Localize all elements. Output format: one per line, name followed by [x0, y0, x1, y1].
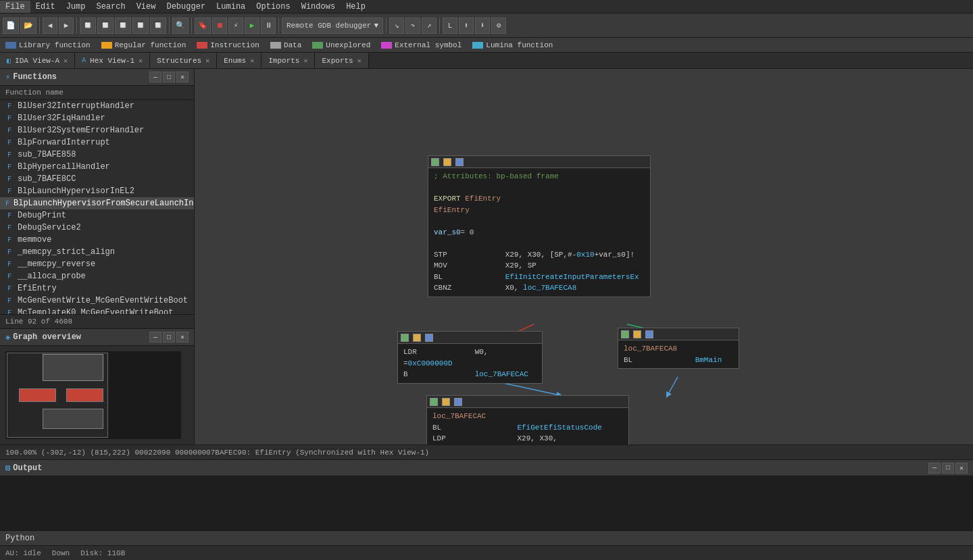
tab-close-imports[interactable]: ✕: [303, 57, 307, 65]
tb-btn5[interactable]: 🔲: [115, 18, 131, 34]
output-maximize[interactable]: □: [942, 463, 954, 474]
tab-structures[interactable]: Structures ✕: [150, 53, 217, 68]
function-list-item[interactable]: F__memcpy_reverse: [0, 258, 194, 270]
function-list-item[interactable]: Fmemmove: [0, 234, 194, 246]
tb-back[interactable]: ◀: [43, 18, 57, 34]
output-close[interactable]: ✕: [955, 463, 968, 474]
tb-bookmark[interactable]: 🔖: [195, 18, 211, 34]
function-list[interactable]: FBlUser32InterruptHandlerFBlUser32FiqHan…: [0, 100, 194, 314]
node-left[interactable]: LDR W0, =0xC000000D B loc_7BAFECAC: [397, 331, 543, 384]
node-right-color-green[interactable]: [621, 330, 629, 338]
node-color-blue[interactable]: [455, 158, 464, 166]
tb-open[interactable]: 📂: [20, 18, 36, 34]
tb-step-over[interactable]: ↷: [405, 18, 420, 34]
menu-view[interactable]: View: [131, 1, 161, 13]
function-list-item[interactable]: FMcTemplateK0_McGenEventWriteBoot: [0, 307, 194, 314]
menu-jump[interactable]: Jump: [61, 1, 91, 13]
main-content[interactable]: ; Attributes: bp-based frame EXPORT EfiE…: [195, 69, 973, 444]
output-minimize[interactable]: —: [928, 463, 941, 474]
node-left-color-green[interactable]: [401, 334, 409, 342]
function-list-item[interactable]: Fsub_7BAFE8CC: [0, 173, 194, 185]
node-left-color-yellow[interactable]: [413, 334, 421, 342]
node-right[interactable]: loc_7BAFECA8 BL BmMain: [618, 328, 739, 369]
function-list-item[interactable]: F_memcpy_strict_align: [0, 246, 194, 258]
function-list-item[interactable]: FMcGenEventWrite_McGenEventWriteBoot: [0, 295, 194, 307]
function-list-item[interactable]: FBlpLaunchHypervisorInEL2: [0, 185, 194, 197]
graph-overview-maximize[interactable]: □: [163, 332, 175, 342]
tab-exports[interactable]: Exports ✕: [315, 53, 368, 68]
function-list-item[interactable]: FBlUser32InterruptHandler: [0, 100, 194, 112]
overview-canvas[interactable]: [5, 351, 181, 439]
function-list-item[interactable]: FBlpHypercallHandler: [0, 161, 194, 173]
tab-enums[interactable]: Enums ✕: [217, 53, 261, 68]
graph-overview-minimize[interactable]: —: [149, 332, 161, 342]
menu-edit[interactable]: Edit: [30, 1, 61, 13]
node-left-color-blue[interactable]: [425, 334, 433, 342]
node-bottom[interactable]: loc_7BAFECAC BL EfiGetEfiStatusCode LDP …: [426, 395, 629, 444]
tb-new[interactable]: 📄: [3, 18, 19, 34]
menu-windows[interactable]: Windows: [296, 1, 341, 13]
tb-btn6[interactable]: 🔲: [132, 18, 149, 34]
function-list-item[interactable]: FBlpLaunchHypervisorFromSecureLaunchInEL…: [0, 197, 194, 209]
tb-pause[interactable]: ⏸: [261, 18, 276, 34]
node-bottom-color-blue[interactable]: [454, 398, 462, 406]
function-list-item[interactable]: FEfiEntry: [0, 282, 194, 295]
tab-close-enums[interactable]: ✕: [250, 57, 254, 65]
tb-attach[interactable]: ⚡: [228, 18, 243, 34]
tb-btn3[interactable]: 🔲: [80, 18, 96, 34]
function-list-item[interactable]: FBlpForwardInterrupt: [0, 136, 194, 149]
sidebar-close[interactable]: ✕: [176, 72, 189, 82]
function-list-item[interactable]: FBlUser32FiqHandler: [0, 112, 194, 124]
graph-overview-close[interactable]: ✕: [176, 332, 189, 342]
node-color-yellow[interactable]: [443, 158, 451, 166]
tb-btn7[interactable]: 🔲: [150, 18, 166, 34]
node-top[interactable]: ; Attributes: bp-based frame EXPORT EfiE…: [428, 155, 651, 297]
node-bottom-color-green[interactable]: [430, 398, 438, 406]
function-list-item[interactable]: F__alloca_probe: [0, 270, 194, 282]
node-right-color-yellow[interactable]: [633, 330, 641, 338]
tb-settings[interactable]: ⚙: [491, 18, 506, 34]
tab-close-ida[interactable]: ✕: [64, 57, 68, 65]
output-icon: ▤: [5, 463, 10, 473]
tab-hex-view-1[interactable]: A Hex View-1 ✕: [75, 53, 150, 68]
status-zoom: 100.00%: [5, 449, 36, 457]
menu-help[interactable]: Help: [341, 1, 371, 13]
function-list-item[interactable]: FDebugService2: [0, 222, 194, 234]
tb-stop[interactable]: ⏹: [212, 18, 227, 34]
tb-step-out[interactable]: ↗: [422, 18, 436, 34]
node-color-green[interactable]: [431, 158, 439, 166]
tb-lumina[interactable]: L: [443, 18, 457, 34]
tab-close-hex[interactable]: ✕: [139, 57, 143, 65]
bottom-status: AU: idle Down Disk: 11GB: [0, 545, 973, 560]
tb-step-into[interactable]: ↘: [389, 18, 404, 34]
asm-bl-efi: BL EfiInitCreateInputParametersEx: [434, 272, 645, 283]
tb-btn4[interactable]: 🔲: [97, 18, 114, 34]
menu-search[interactable]: Search: [91, 1, 130, 13]
output-content[interactable]: [0, 476, 973, 530]
tb-push[interactable]: ⬆: [459, 18, 474, 34]
node-right-color-blue[interactable]: [645, 330, 653, 338]
tb-run[interactable]: ▶: [245, 18, 259, 34]
sidebar-minimize[interactable]: —: [149, 72, 161, 82]
tb-fwd[interactable]: ▶: [59, 18, 74, 34]
node-bottom-color-yellow[interactable]: [442, 398, 450, 406]
menu-lumina[interactable]: Lumina: [211, 1, 251, 13]
tab-close-structures[interactable]: ✕: [205, 57, 209, 65]
function-name: DebugPrint: [18, 211, 66, 220]
tab-close-exports[interactable]: ✕: [357, 57, 361, 65]
node-left-content: LDR W0, =0xC000000D B loc_7BAFECAC: [398, 344, 542, 383]
sidebar-maximize[interactable]: □: [163, 72, 175, 82]
menu-debugger[interactable]: Debugger: [161, 1, 211, 13]
tab-ida-view-a[interactable]: ◧ IDA View-A ✕: [0, 53, 75, 68]
tab-imports[interactable]: Imports ✕: [261, 53, 315, 68]
tb-debugger-select[interactable]: Remote GDB debugger ▼: [282, 18, 383, 34]
menu-options[interactable]: Options: [251, 1, 295, 13]
menu-file[interactable]: File: [0, 1, 30, 13]
graph-view[interactable]: ; Attributes: bp-based frame EXPORT EfiE…: [195, 69, 973, 444]
tb-search[interactable]: 🔍: [172, 18, 189, 34]
function-list-item[interactable]: FBlUser32SystemErrorHandler: [0, 124, 194, 136]
function-list-item[interactable]: FDebugPrint: [0, 209, 194, 222]
function-list-item[interactable]: Fsub_7BAFE858: [0, 149, 194, 161]
tb-pull[interactable]: ⬇: [475, 18, 490, 34]
asm-var-s0: var_s0= 0: [434, 227, 645, 238]
